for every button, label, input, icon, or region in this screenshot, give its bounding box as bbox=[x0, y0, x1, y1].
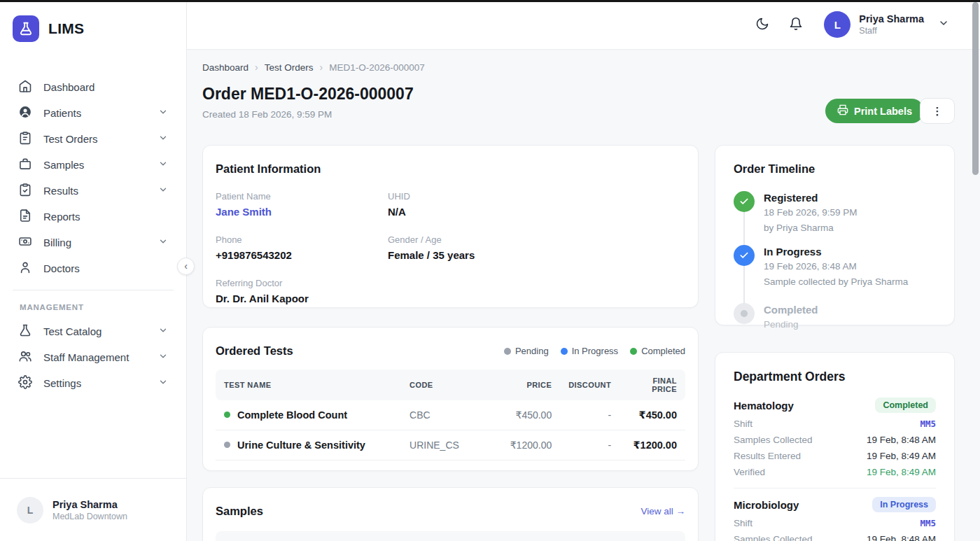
status-badge: Completed bbox=[875, 398, 936, 413]
department-hematology: Hematology Completed Shift MM5 Samples C… bbox=[734, 398, 936, 477]
test-discount: - bbox=[560, 400, 620, 430]
column-header-code: CODE bbox=[401, 370, 490, 400]
card-title: Order Timeline bbox=[734, 162, 936, 176]
test-discount: - bbox=[560, 430, 620, 461]
field-value: N/A bbox=[388, 206, 685, 218]
scrollbar-thumb[interactable] bbox=[972, 2, 979, 175]
flask-logo-icon bbox=[13, 15, 39, 42]
sidebar-item-results[interactable]: Results bbox=[0, 178, 186, 204]
column-header-test-name: TEST NAME bbox=[216, 370, 401, 400]
sample-box-icon bbox=[18, 157, 32, 174]
breadcrumb-test-orders[interactable]: Test Orders bbox=[265, 62, 314, 73]
row-label: Samples Collected bbox=[734, 534, 813, 541]
sidebar-item-label: Settings bbox=[43, 377, 81, 389]
dept-row-samples-collected: Samples Collected 19 Feb, 8:48 AM bbox=[734, 534, 936, 541]
row-label: Shift bbox=[734, 518, 752, 528]
field-uhid: UHID N/A bbox=[388, 191, 685, 218]
user-menu[interactable]: L Priya Sharma Staff bbox=[824, 11, 949, 38]
user-name: Priya Sharma bbox=[859, 13, 924, 24]
printer-icon bbox=[837, 104, 848, 118]
column-header-final-price: FINAL PRICE bbox=[620, 370, 685, 400]
step-title: Completed bbox=[764, 304, 818, 316]
field-label: Referring Doctor bbox=[216, 278, 388, 288]
test-status-dot-completed bbox=[224, 412, 230, 418]
department-microbiology: Microbiology In Progress Shift MM5 Sampl… bbox=[734, 497, 936, 541]
page-title: Order MED1-O-2026-000007 bbox=[202, 85, 414, 104]
chevron-down-icon bbox=[158, 325, 168, 338]
print-labels-button[interactable]: Print Labels bbox=[825, 99, 924, 123]
timeline-step-in-progress: In Progress 19 Feb 2026, 8:48 AM Sample … bbox=[734, 245, 936, 303]
step-actor: by Priya Sharma bbox=[764, 222, 858, 234]
sidebar-item-staff-management[interactable]: Staff Management bbox=[0, 344, 186, 370]
dept-row-shift: Shift MM5 bbox=[734, 419, 936, 429]
sidebar-item-patients[interactable]: Patients bbox=[0, 100, 186, 126]
step-title: Registered bbox=[764, 192, 858, 204]
breadcrumb-current: MED1-O-2026-000007 bbox=[329, 62, 425, 73]
sidebar-user-card[interactable]: L Priya Sharma MedLab Downtown bbox=[0, 478, 186, 541]
sidebar-item-label: Test Catalog bbox=[43, 325, 102, 337]
breadcrumb-dashboard[interactable]: Dashboard bbox=[202, 62, 248, 73]
sidebar-item-label: Patients bbox=[43, 107, 81, 119]
chevron-down-icon bbox=[158, 351, 168, 364]
ordered-tests-card: Ordered Tests Pending In Progress Comple… bbox=[202, 327, 699, 471]
notifications-button[interactable] bbox=[789, 17, 803, 33]
step-status: Pending bbox=[764, 318, 818, 331]
completed-dot-icon bbox=[630, 348, 637, 355]
legend-in-progress: In Progress bbox=[561, 346, 618, 356]
sidebar-item-billing[interactable]: Billing bbox=[0, 230, 186, 255]
in-progress-dot-icon bbox=[561, 348, 568, 355]
step-actor: Sample collected by Priya Sharma bbox=[764, 276, 908, 288]
check-circle-icon bbox=[734, 245, 755, 266]
sidebar-item-label: Staff Management bbox=[43, 351, 129, 363]
department-name: Microbiology bbox=[734, 499, 799, 511]
patient-icon bbox=[18, 105, 32, 122]
sidebar-item-test-catalog[interactable]: Test Catalog bbox=[0, 318, 186, 344]
chevron-down-icon bbox=[938, 17, 949, 31]
status-badge: In Progress bbox=[872, 497, 936, 512]
more-actions-button[interactable]: ⋮ bbox=[920, 98, 955, 124]
sidebar-item-doctors[interactable]: Doctors bbox=[0, 255, 186, 281]
shift-link[interactable]: MM5 bbox=[920, 419, 936, 429]
test-final-price: ₹1200.00 bbox=[620, 430, 685, 461]
samples-card: Samples View all → bbox=[202, 487, 699, 541]
main-content: Dashboard › Test Orders › MED1-O-2026-00… bbox=[187, 50, 980, 541]
test-code: CBC bbox=[401, 400, 490, 430]
sidebar-item-label: Test Orders bbox=[43, 133, 98, 145]
test-name: Urine Culture & Sensitivity bbox=[237, 440, 365, 451]
field-value: Dr. Dr. Anil Kapoor bbox=[216, 293, 388, 304]
patient-name-link[interactable]: Jane Smith bbox=[216, 206, 388, 218]
chevron-down-icon bbox=[158, 159, 168, 171]
sidebar-item-settings[interactable]: Settings bbox=[0, 370, 186, 396]
field-referring-doctor: Referring Doctor Dr. Dr. Anil Kapoor bbox=[216, 278, 388, 304]
legend-pending: Pending bbox=[504, 346, 549, 356]
row-value: 19 Feb, 8:48 AM bbox=[867, 435, 936, 445]
breadcrumb: Dashboard › Test Orders › MED1-O-2026-00… bbox=[202, 62, 425, 73]
shift-link[interactable]: MM5 bbox=[920, 518, 936, 528]
field-label: Gender / Age bbox=[388, 234, 685, 245]
order-timeline-card: Order Timeline Registered 18 Feb 2026, 9… bbox=[715, 145, 955, 325]
samples-table-header-placeholder bbox=[216, 531, 685, 541]
app-logo: LIMS bbox=[13, 15, 84, 42]
field-label: Phone bbox=[216, 234, 388, 245]
timeline-step-registered: Registered 18 Feb 2026, 9:59 PM by Priya… bbox=[734, 191, 936, 245]
sidebar-item-dashboard[interactable]: Dashboard bbox=[0, 74, 186, 100]
department-name: Hematology bbox=[734, 400, 794, 412]
sidebar-collapse-button[interactable]: ‹ bbox=[177, 258, 195, 275]
bell-icon bbox=[789, 17, 803, 33]
field-value: Female / 35 years bbox=[388, 249, 685, 261]
sidebar-item-label: Dashboard bbox=[43, 81, 94, 93]
sidebar-nav: Dashboard Patients Test Orders Samples R… bbox=[0, 74, 186, 396]
clipboard-icon bbox=[18, 131, 32, 148]
topbar: L Priya Sharma Staff bbox=[187, 0, 980, 50]
sidebar-item-label: Reports bbox=[43, 211, 80, 223]
column-header-discount: DISCOUNT bbox=[560, 370, 620, 400]
breadcrumb-separator: › bbox=[320, 62, 323, 73]
sidebar-item-reports[interactable]: Reports bbox=[0, 204, 186, 230]
view-all-link[interactable]: View all → bbox=[640, 506, 685, 517]
dark-mode-toggle[interactable] bbox=[755, 17, 769, 33]
field-phone: Phone +919876543202 bbox=[216, 234, 388, 261]
sidebar-item-test-orders[interactable]: Test Orders bbox=[0, 126, 186, 152]
row-value: 19 Feb, 8:49 AM bbox=[867, 451, 936, 461]
field-gender-age: Gender / Age Female / 35 years bbox=[388, 234, 685, 261]
sidebar-item-samples[interactable]: Samples bbox=[0, 152, 186, 178]
